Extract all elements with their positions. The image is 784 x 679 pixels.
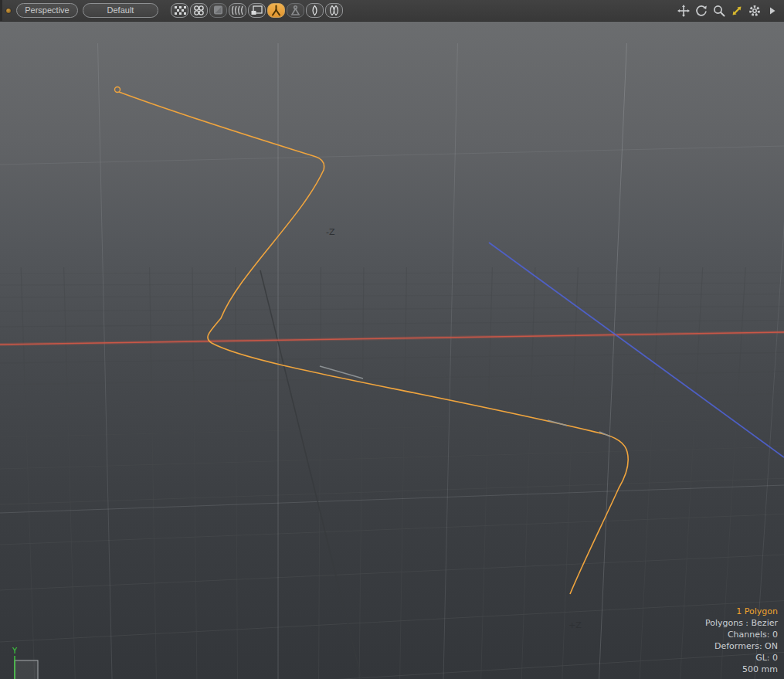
- grid-line-horizontal: [0, 273, 784, 273]
- orientation-gizmo: Y X Z: [9, 647, 46, 679]
- grid-major-horizontal: [0, 146, 784, 165]
- grid-line-horizontal: [0, 394, 784, 409]
- pan-view-icon[interactable]: [677, 4, 691, 18]
- gizmo-y-label: Y: [12, 647, 18, 655]
- viewport-status-dot: [5, 8, 12, 14]
- curve-leaf-icon[interactable]: [306, 3, 324, 18]
- modo-3d-viewport-window: Perspective Default: [0, 0, 784, 679]
- grid-line-horizontal: [0, 419, 784, 437]
- positive-z-label: +Z: [568, 620, 582, 630]
- deformers-state: Deformers: ON: [705, 640, 778, 652]
- grid-major-vertical: [598, 43, 626, 679]
- viewport-info-readout: 1 Polygon Polygons : Bezier Channels: 0 …: [705, 606, 778, 675]
- grid-line-horizontal: [0, 601, 784, 642]
- gl-count: GL: 0: [705, 652, 778, 664]
- curve-occluded-segment: [320, 366, 363, 379]
- curve-double-leaf-icon[interactable]: [325, 3, 343, 18]
- z-axis-line: [489, 243, 784, 457]
- curve-occluded-segment: [548, 420, 567, 426]
- negative-z-label: -Z: [326, 227, 335, 237]
- grid-major-vertical: [443, 43, 457, 679]
- grid-line-depth: [679, 267, 703, 679]
- view-control-row: [677, 4, 784, 18]
- grid-line-horizontal: [0, 352, 784, 363]
- polygon-type: Polygons : Bezier: [705, 617, 778, 629]
- shaded-circles-icon[interactable]: [190, 3, 208, 18]
- grid-line-depth: [399, 267, 406, 679]
- grid-size: 500 mm: [705, 664, 778, 675]
- grid-accent-line: [260, 270, 367, 679]
- vertex-mode-icon[interactable]: [267, 3, 285, 18]
- grid-line-horizontal: [0, 478, 784, 504]
- channels-count: Channels: 0: [705, 629, 778, 640]
- vertex-stand-icon[interactable]: [287, 3, 304, 18]
- grid-line-horizontal: [0, 294, 784, 297]
- grid-line-depth: [562, 267, 579, 679]
- grid-line-depth: [521, 267, 535, 679]
- grid-line-horizontal: [0, 372, 784, 385]
- grid-line-depth: [150, 267, 157, 679]
- perspective-3d-viewport[interactable]: -Z+Z Y X Z 1 Polygon Polygons : Bezier C…: [0, 22, 784, 679]
- ground-grid: [0, 43, 784, 679]
- expand-menu-arrow-icon[interactable]: [765, 4, 779, 18]
- view-type-dropdown[interactable]: Perspective: [16, 3, 78, 18]
- viewport-settings-gear-icon[interactable]: [748, 4, 762, 18]
- world-axes: [0, 243, 784, 457]
- grid-line-horizontal: [0, 555, 784, 590]
- grid-line-horizontal: [0, 652, 784, 679]
- grid-line-horizontal: [0, 321, 784, 327]
- grid-line-horizontal: [0, 514, 784, 545]
- grid-line-depth: [192, 267, 197, 679]
- grid-line-horizontal: [0, 283, 784, 285]
- grid-line-depth: [480, 267, 492, 679]
- grid-line-depth: [236, 267, 238, 679]
- maximize-viewport-icon[interactable]: [730, 4, 744, 18]
- workplane-square: [15, 660, 38, 679]
- grid-line-depth: [21, 267, 36, 679]
- grid-line-depth: [639, 267, 660, 679]
- zoom-view-icon[interactable]: [712, 4, 726, 18]
- shading-icon-row: [171, 3, 344, 18]
- wireframe-waves-icon[interactable]: [229, 3, 246, 18]
- curve-occluded-segment: [599, 432, 610, 436]
- grid-line-depth: [318, 267, 321, 679]
- grid-line-depth: [64, 267, 76, 679]
- scene-canvas: -Z+Z Y X Z: [0, 22, 784, 679]
- orbit-view-icon[interactable]: [694, 4, 708, 18]
- texture-checker-icon[interactable]: [171, 3, 188, 18]
- x-axis-line: [0, 332, 784, 345]
- polygon-count: 1 Polygon: [705, 606, 778, 617]
- shading-style-dropdown[interactable]: Default: [83, 3, 158, 18]
- grid-major-vertical: [98, 43, 113, 679]
- grid-line-horizontal: [0, 307, 784, 311]
- viewport-toolbar: Perspective Default: [0, 0, 784, 22]
- grid-line-depth: [359, 267, 364, 679]
- grid-line-horizontal: [0, 446, 784, 469]
- ghost-overlay-icon[interactable]: [248, 3, 266, 18]
- curve-start-vertex-marker: [115, 87, 120, 93]
- grid-major-vertical: [753, 43, 784, 679]
- grid-major-horizontal: [0, 485, 784, 513]
- matcap-square-icon[interactable]: [209, 3, 227, 18]
